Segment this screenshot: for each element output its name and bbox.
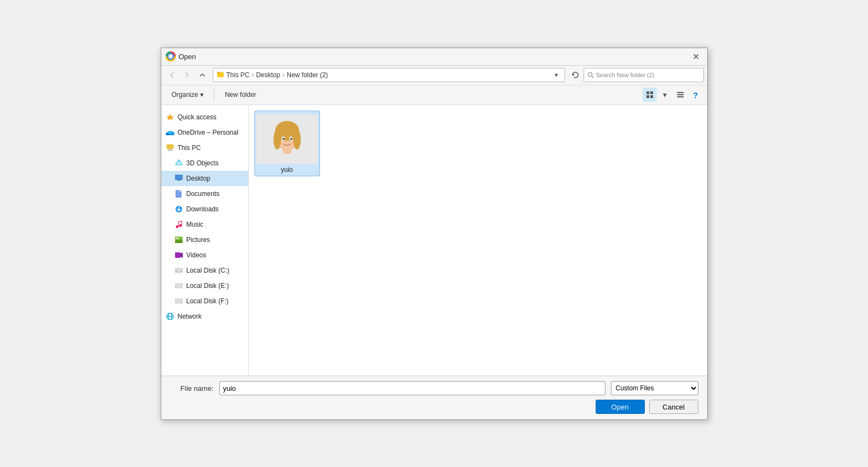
sidebar-item-localdisk-c[interactable]: Local Disk (C:)	[161, 263, 248, 278]
svg-rect-36	[175, 299, 183, 303]
breadcrumb-sep-1: ›	[252, 71, 254, 79]
sidebar-item-localdisk-f[interactable]: Local Disk (F:)	[161, 293, 248, 309]
titlebar: Open ✕	[161, 48, 707, 66]
svg-rect-30	[175, 252, 180, 258]
sidebar-label-3dobjects: 3D Objects	[187, 159, 219, 167]
app-icon	[166, 51, 176, 61]
new-folder-label: New folder	[225, 91, 256, 99]
sidebar-label-quick-access: Quick access	[178, 113, 217, 121]
breadcrumb-folder-icon[interactable]	[217, 71, 224, 80]
filename-row: File name: Custom Files All Files	[170, 381, 698, 395]
search-box[interactable]: Search New folder (2)	[584, 68, 704, 82]
onedrive-icon	[166, 128, 174, 137]
desktop-icon	[174, 174, 183, 183]
sidebar: Quick access OneDrive – Personal This PC…	[161, 105, 249, 376]
view-buttons: ▾ ?	[643, 88, 703, 102]
dialog-title: Open	[179, 53, 690, 61]
sidebar-item-documents[interactable]: Documents	[161, 186, 248, 201]
refresh-button[interactable]	[568, 68, 582, 82]
svg-point-1	[168, 54, 173, 59]
network-icon	[166, 312, 174, 321]
open-file-dialog: Open ✕ This PC › Desktop › New folder (2…	[161, 48, 708, 420]
localdisk-c-icon	[174, 266, 183, 275]
file-thumbnail-yuio	[257, 114, 318, 164]
up-button[interactable]	[195, 68, 209, 82]
svg-rect-12	[677, 96, 684, 97]
3dobjects-icon	[174, 159, 183, 168]
sidebar-item-downloads[interactable]: Downloads	[161, 201, 248, 217]
sidebar-item-music[interactable]: Music	[161, 217, 248, 232]
sidebar-item-desktop[interactable]: Desktop	[161, 171, 248, 186]
sidebar-label-thispc: This PC	[178, 144, 201, 152]
navbar: This PC › Desktop › New folder (2) ▾ Sea…	[161, 66, 707, 85]
sidebar-label-documents: Documents	[187, 190, 220, 198]
svg-rect-10	[677, 92, 684, 93]
svg-point-47	[273, 130, 281, 149]
cancel-button[interactable]: Cancel	[649, 400, 698, 414]
organize-label: Organize	[172, 91, 199, 99]
svg-point-4	[588, 73, 592, 77]
documents-icon	[174, 189, 183, 198]
search-placeholder: Search New folder (2)	[596, 72, 655, 78]
sidebar-label-onedrive: OneDrive – Personal	[178, 129, 238, 136]
sidebar-label-desktop: Desktop	[187, 175, 211, 182]
svg-point-52	[282, 137, 284, 140]
sidebar-item-thispc[interactable]: This PC	[161, 140, 248, 155]
organize-button[interactable]: Organize ▾	[166, 88, 210, 102]
music-icon	[174, 220, 183, 229]
localdisk-f-icon	[174, 297, 183, 305]
list-view-dropdown[interactable]: ▾	[658, 88, 672, 102]
sidebar-label-downloads: Downloads	[187, 205, 219, 213]
filename-input[interactable]	[219, 381, 605, 395]
thumbnail-view-button[interactable]	[643, 88, 657, 102]
svg-rect-3	[217, 72, 220, 73]
back-button[interactable]	[165, 68, 179, 82]
breadcrumb-sep-2: ›	[282, 71, 284, 79]
pictures-icon	[174, 235, 183, 244]
close-button[interactable]: ✕	[690, 50, 703, 63]
svg-rect-19	[167, 151, 172, 151]
svg-point-26	[176, 225, 178, 228]
sidebar-label-music: Music	[187, 221, 203, 228]
svg-line-5	[592, 76, 593, 78]
svg-rect-24	[177, 180, 181, 181]
sidebar-label-localdisk-c: Local Disk (C:)	[187, 267, 230, 274]
action-row: Open Cancel	[170, 400, 698, 414]
sidebar-item-3dobjects[interactable]: 3D Objects	[161, 155, 248, 171]
breadcrumb-desktop[interactable]: Desktop	[256, 71, 280, 79]
breadcrumb-current[interactable]: New folder (2)	[287, 71, 328, 79]
svg-rect-33	[176, 271, 177, 272]
details-view-button[interactable]	[673, 88, 688, 102]
filename-label: File name:	[170, 384, 214, 393]
sidebar-item-videos[interactable]: Videos	[161, 247, 248, 263]
file-item-yuio[interactable]: yuio	[254, 111, 320, 176]
svg-point-53	[290, 137, 292, 140]
svg-marker-31	[180, 252, 183, 258]
sidebar-item-localdisk-e[interactable]: Local Disk (E:)	[161, 278, 248, 293]
svg-rect-7	[650, 91, 653, 94]
new-folder-button[interactable]: New folder	[219, 88, 262, 102]
filetype-select[interactable]: Custom Files All Files	[611, 381, 698, 395]
sidebar-label-videos: Videos	[187, 251, 206, 259]
sidebar-item-onedrive[interactable]: OneDrive – Personal	[161, 125, 248, 140]
svg-rect-2	[217, 72, 224, 77]
organize-dropdown-icon: ▾	[200, 91, 203, 99]
breadcrumb-dropdown-btn[interactable]: ▾	[551, 70, 561, 80]
svg-rect-6	[646, 91, 649, 94]
videos-icon	[174, 251, 183, 260]
svg-rect-22	[175, 175, 183, 180]
toolbar: Organize ▾ New folder ▾ ?	[161, 85, 707, 105]
help-button[interactable]: ?	[689, 88, 703, 102]
sidebar-item-quick-access[interactable]: Quick access	[161, 109, 248, 125]
sidebar-item-pictures[interactable]: Pictures	[161, 232, 248, 247]
breadcrumb-bar: This PC › Desktop › New folder (2) ▾	[213, 68, 565, 82]
svg-point-27	[179, 224, 182, 227]
toolbar-separator	[214, 89, 214, 100]
sidebar-label-network: Network	[178, 313, 202, 320]
svg-marker-13	[166, 114, 174, 120]
breadcrumb-thispc[interactable]: This PC	[226, 71, 250, 79]
sidebar-item-network[interactable]: Network	[161, 309, 248, 324]
open-button[interactable]: Open	[596, 400, 645, 414]
forward-button[interactable]	[180, 68, 194, 82]
downloads-icon	[174, 205, 183, 214]
